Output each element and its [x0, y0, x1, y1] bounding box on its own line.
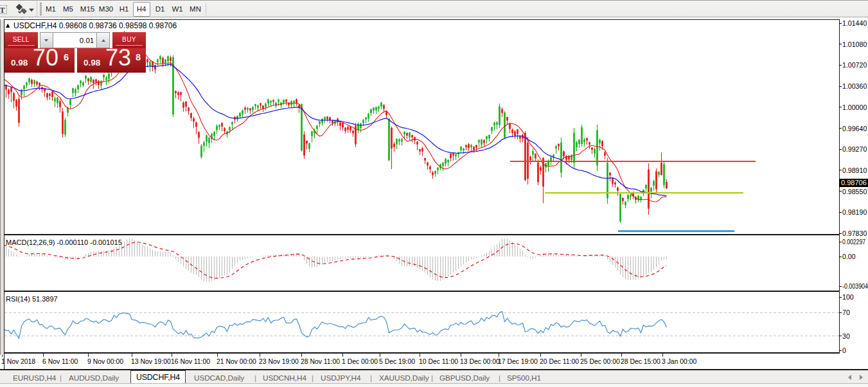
svg-text:13 Dec 00:00: 13 Dec 00:00: [460, 358, 500, 365]
svg-text:0.98550: 0.98550: [842, 188, 867, 195]
svg-text:0.002297: 0.002297: [842, 238, 865, 246]
svg-text:10 Dec 11:00: 10 Dec 11:00: [419, 358, 458, 365]
svg-text:0.97830: 0.97830: [842, 230, 867, 237]
svg-text:100: 100: [842, 293, 854, 301]
svg-text:0.00: 0.00: [842, 253, 856, 260]
svg-text:30: 30: [842, 332, 850, 340]
svg-text:25 Dec 00:00: 25 Dec 00:00: [580, 358, 620, 365]
svg-text:1.00720: 1.00720: [842, 61, 867, 69]
svg-text:17 Dec 19:00: 17 Dec 19:00: [498, 358, 538, 365]
svg-text:RSI(14) 51.3897: RSI(14) 51.3897: [6, 295, 58, 303]
svg-text:1.01080: 1.01080: [842, 40, 867, 48]
svg-text:USDCHF,H4 0.98608 0.98736 0.9: USDCHF,H4 0.98608 0.98736 0.98598 0.9870…: [13, 21, 177, 30]
svg-text:1 Nov 2018: 1 Nov 2018: [1, 358, 35, 365]
svg-text:16 Nov 11:00: 16 Nov 11:00: [171, 358, 210, 365]
svg-text:0.98910: 0.98910: [842, 166, 867, 174]
svg-text:9 Nov 00:00: 9 Nov 00:00: [87, 358, 123, 365]
svg-text:3 Jan 00:00: 3 Jan 00:00: [662, 358, 697, 365]
svg-text:1.00000: 1.00000: [842, 104, 867, 111]
svg-text:0.98706: 0.98706: [841, 179, 867, 186]
svg-text:20 Dec 11:00: 20 Dec 11:00: [540, 358, 579, 365]
svg-text:70: 70: [842, 309, 850, 316]
svg-text:5 Dec 19:00: 5 Dec 19:00: [379, 358, 415, 365]
svg-text:-0.003904: -0.003904: [842, 282, 868, 290]
svg-text:28 Nov 11:00: 28 Nov 11:00: [301, 358, 340, 365]
svg-text:0.98190: 0.98190: [842, 208, 867, 216]
svg-text:0.99640: 0.99640: [842, 125, 867, 132]
svg-text:1 Dec 00:00: 1 Dec 00:00: [342, 358, 378, 365]
svg-text:1.01440: 1.01440: [842, 19, 867, 27]
svg-text:0: 0: [842, 346, 846, 354]
svg-text:13 Nov 19:00: 13 Nov 19:00: [131, 358, 171, 365]
svg-text:6 Nov 11:00: 6 Nov 11:00: [42, 358, 78, 365]
svg-text:23 Nov 19:00: 23 Nov 19:00: [259, 358, 299, 365]
svg-text:1.00360: 1.00360: [842, 82, 867, 90]
svg-text:28 Dec 15:00: 28 Dec 15:00: [621, 358, 660, 365]
svg-text:MACD(12,26,9) -0.000110 -0.001: MACD(12,26,9) -0.000110 -0.001015: [6, 239, 122, 246]
svg-text:0.99270: 0.99270: [842, 145, 867, 153]
svg-text:21 Nov 00:00: 21 Nov 00:00: [217, 358, 256, 365]
